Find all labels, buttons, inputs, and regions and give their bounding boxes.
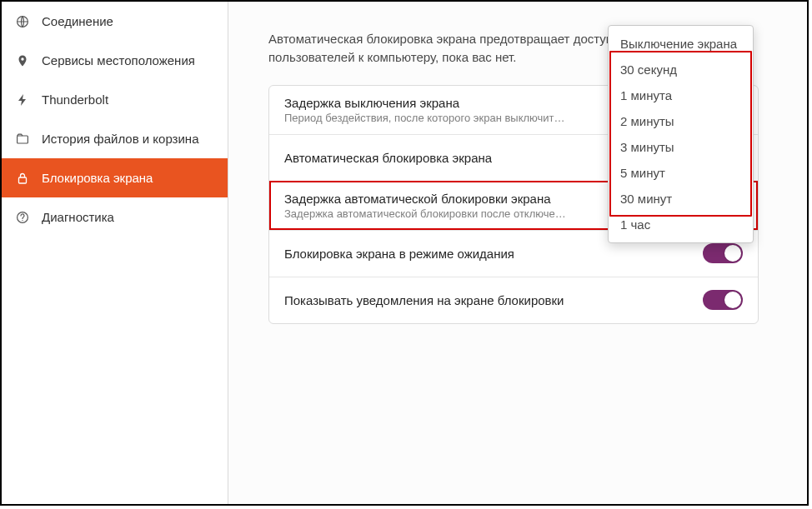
svg-point-4 bbox=[22, 219, 23, 220]
popup-option[interactable]: 5 минут bbox=[609, 160, 753, 186]
row-title: Автоматическая блокировка экрана bbox=[284, 151, 492, 165]
popup-option[interactable]: 2 минуты bbox=[609, 108, 753, 134]
help-icon bbox=[15, 210, 30, 225]
folder-icon bbox=[15, 132, 30, 147]
sidebar-item-label: Сервисы местоположения bbox=[42, 53, 195, 67]
switch-show-notifications[interactable] bbox=[703, 290, 743, 310]
delay-popup: Выключение экрана 30 секунд 1 минута 2 м… bbox=[608, 25, 754, 243]
row-show-notifications: Показывать уведомления на экране блокиро… bbox=[269, 277, 758, 323]
lock-icon bbox=[15, 171, 30, 186]
row-title: Задержка выключения экрана bbox=[284, 96, 568, 110]
svg-rect-1 bbox=[18, 136, 28, 143]
popup-option[interactable]: 30 минут bbox=[609, 186, 753, 212]
row-subtitle: Задержка автоматической блокировки после… bbox=[284, 207, 568, 220]
sidebar-item-connection[interactable]: Соединение bbox=[2, 2, 228, 41]
sidebar-item-label: Диагностика bbox=[42, 210, 114, 224]
popup-option[interactable]: 1 минута bbox=[609, 82, 753, 108]
sidebar-item-diagnostics[interactable]: Диагностика bbox=[2, 197, 228, 237]
location-icon bbox=[15, 53, 30, 68]
sidebar: Соединение Сервисы местоположения Thunde… bbox=[2, 2, 228, 504]
sidebar-item-label: История файлов и корзина bbox=[42, 132, 198, 146]
thunderbolt-icon bbox=[15, 92, 30, 107]
row-title: Блокировка экрана в режиме ожидания bbox=[284, 247, 514, 261]
popup-option[interactable]: 30 секунд bbox=[609, 57, 753, 82]
sidebar-item-location[interactable]: Сервисы местоположения bbox=[2, 41, 228, 80]
main-content: Автоматическая блокировка экрана предотв… bbox=[228, 2, 807, 504]
sidebar-item-label: Блокировка экрана bbox=[42, 171, 153, 185]
sidebar-item-history-trash[interactable]: История файлов и корзина bbox=[2, 119, 228, 158]
sidebar-item-thunderbolt[interactable]: Thunderbolt bbox=[2, 80, 228, 119]
sidebar-item-label: Соединение bbox=[42, 14, 113, 28]
sidebar-item-screen-lock[interactable]: Блокировка экрана bbox=[2, 158, 228, 197]
sidebar-item-label: Thunderbolt bbox=[42, 92, 108, 107]
row-title: Показывать уведомления на экране блокиро… bbox=[284, 293, 564, 307]
svg-rect-2 bbox=[19, 177, 27, 183]
popup-option[interactable]: 3 минуты bbox=[609, 134, 753, 160]
popup-option[interactable]: Выключение экрана bbox=[609, 31, 753, 57]
row-title: Задержка автоматической блокировки экран… bbox=[284, 192, 568, 206]
row-subtitle: Период бездействия, после которого экран… bbox=[284, 112, 568, 124]
globe-icon bbox=[15, 14, 30, 29]
switch-lock-on-suspend[interactable] bbox=[703, 243, 743, 263]
popup-option[interactable]: 1 час bbox=[609, 212, 753, 237]
